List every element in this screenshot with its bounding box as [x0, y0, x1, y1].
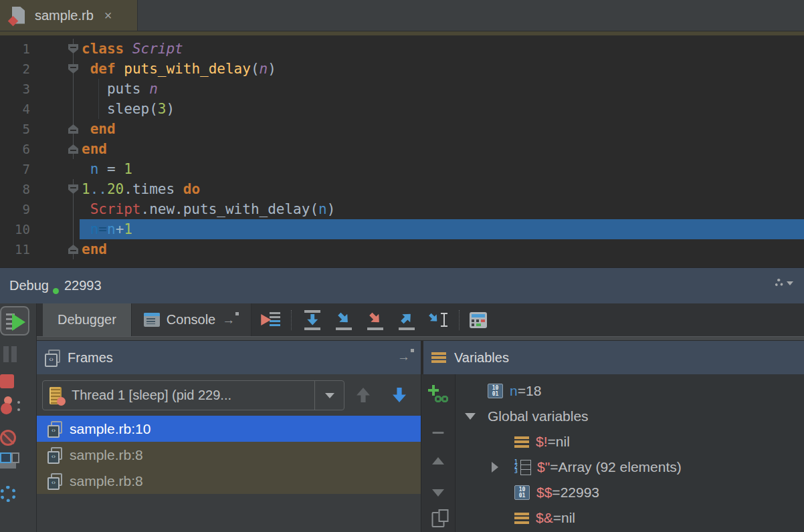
frame-row[interactable]: sample.rb:8 [37, 442, 421, 468]
line-number: 9 [0, 199, 30, 219]
pause-button[interactable] [0, 346, 36, 362]
variable-row[interactable]: $& = nil [456, 505, 804, 531]
variable-row[interactable]: $$ = 22993 [456, 480, 804, 505]
stop-icon [0, 374, 14, 388]
fold-line [73, 79, 74, 99]
line-number: 5 [0, 119, 30, 139]
rerun-button[interactable] [0, 306, 36, 336]
fold-up-icon[interactable] [68, 144, 78, 154]
remove-watch-button[interactable] [433, 432, 444, 434]
gutter-fold-column [30, 159, 80, 179]
run-to-cursor-button[interactable] [427, 310, 449, 330]
editor-line[interactable]: 7 n = 1 [0, 159, 804, 179]
move-up-button[interactable] [432, 457, 444, 464]
force-step-into-button[interactable] [365, 310, 386, 330]
move-down-button[interactable] [432, 489, 444, 497]
variable-group-label: Global variables [488, 408, 589, 424]
settings-partial-button[interactable] [0, 486, 36, 502]
variable-name: $! [536, 434, 548, 450]
line-number: 3 [0, 79, 30, 99]
thread-selector-dropdown[interactable] [314, 381, 344, 410]
gutter-fold-column [30, 199, 80, 219]
frames-panel-title: Frames [68, 350, 113, 366]
mute-breakpoints-button[interactable] [0, 430, 36, 446]
code-lines: 1class Script2 def puts_with_delay(n)3 p… [0, 39, 804, 259]
chevron-down-icon [325, 393, 334, 398]
previous-frame-button[interactable] [357, 388, 370, 402]
paste-button[interactable] [432, 512, 445, 527]
float-window-icon[interactable]: → [397, 350, 414, 363]
thread-selector[interactable]: Thread 1 [sleep] (pid 229... [42, 380, 344, 410]
tab-console[interactable]: Console → [131, 303, 252, 336]
variable-row[interactable]: $" = Array (92 elements) [456, 454, 804, 480]
code-editor[interactable]: 1class Script2 def puts_with_delay(n)3 p… [0, 35, 804, 267]
variables-icon [431, 352, 446, 364]
editor-line[interactable]: 2 def puts_with_delay(n) [0, 59, 804, 79]
frames-panel-header: Frames → [37, 341, 421, 374]
editor-line[interactable]: 10 n=n+1 [0, 219, 804, 239]
thread-icon [49, 387, 62, 404]
fold-down-icon[interactable] [68, 44, 78, 53]
editor-line[interactable]: 81..20.times do [0, 179, 804, 199]
code-text: sleep(3) [80, 99, 175, 119]
editor-line[interactable]: 1class Script [0, 39, 804, 59]
toolwindow-settings-button[interactable] [775, 279, 793, 287]
step-into-button[interactable] [333, 310, 355, 330]
horizontal-splitter[interactable] [37, 336, 804, 341]
tab-debugger[interactable]: Debugger [43, 303, 131, 336]
float-window-icon[interactable]: → [222, 313, 239, 326]
editor-line[interactable]: 5 end [0, 119, 804, 139]
fold-up-icon[interactable] [68, 245, 78, 254]
variable-value: 22993 [561, 485, 599, 501]
debug-actions-toolbar [0, 303, 37, 532]
frame-label: sample.rb:8 [70, 473, 143, 489]
code-text: puts n [80, 79, 158, 99]
toolbar-separator [459, 310, 460, 330]
frame-label: sample.rb:10 [70, 421, 150, 437]
view-breakpoints-button[interactable] [0, 396, 36, 415]
editor-line[interactable]: 4 sleep(3) [0, 99, 804, 119]
fold-up-icon[interactable] [68, 124, 78, 134]
fold-down-icon[interactable] [68, 184, 78, 194]
show-execution-point-button[interactable] [261, 311, 281, 329]
variable-value: nil [556, 434, 570, 450]
code-text: 1..20.times do [80, 179, 200, 199]
tree-toggle[interactable] [492, 462, 514, 473]
line-number: 2 [0, 59, 30, 79]
stop-button[interactable] [0, 374, 36, 388]
line-number: 1 [0, 39, 30, 59]
restore-layout-button[interactable] [0, 452, 36, 469]
frame-icon [47, 421, 62, 437]
line-number: 6 [0, 139, 30, 159]
tree-toggle[interactable] [465, 413, 488, 420]
editor-line[interactable]: 3 puts n [0, 79, 804, 99]
variable-row[interactable]: n = 18 [456, 378, 804, 404]
frame-row[interactable]: sample.rb:8 [37, 468, 421, 494]
add-watch-button[interactable] [428, 385, 448, 404]
step-out-button[interactable] [396, 310, 417, 330]
equals-separator: = [550, 459, 558, 475]
toolbar-separator [291, 310, 292, 330]
variable-row[interactable]: Global variables [456, 404, 804, 429]
bars-icon [514, 513, 529, 524]
evaluate-expression-button[interactable] [470, 312, 487, 328]
paste-icon [432, 512, 445, 527]
editor-line[interactable]: 6end [0, 139, 804, 159]
code-text: class Script [80, 39, 183, 59]
rerun-icon [0, 306, 29, 336]
variables-panel-title: Variables [454, 350, 509, 366]
running-process-dot [53, 288, 59, 294]
variable-row[interactable]: $! = nil [456, 429, 804, 454]
editor-line[interactable]: 11end [0, 239, 804, 259]
frames-panel: Thread 1 [sleep] (pid 229... sample.rb:1… [37, 374, 421, 532]
gutter-fold-column [30, 79, 80, 99]
close-tab-icon[interactable]: × [104, 9, 112, 22]
step-over-button[interactable] [302, 310, 323, 330]
gutter-fold-column [30, 219, 80, 239]
next-frame-button[interactable] [393, 388, 406, 402]
editor-tab-sample-rb[interactable]: sample.rb × [0, 0, 138, 31]
frame-row[interactable]: sample.rb:10 [37, 416, 421, 442]
fold-down-icon[interactable] [68, 64, 78, 74]
editor-line[interactable]: 9 Script.new.puts_with_delay(n) [0, 199, 804, 219]
line-number: 10 [0, 219, 30, 239]
